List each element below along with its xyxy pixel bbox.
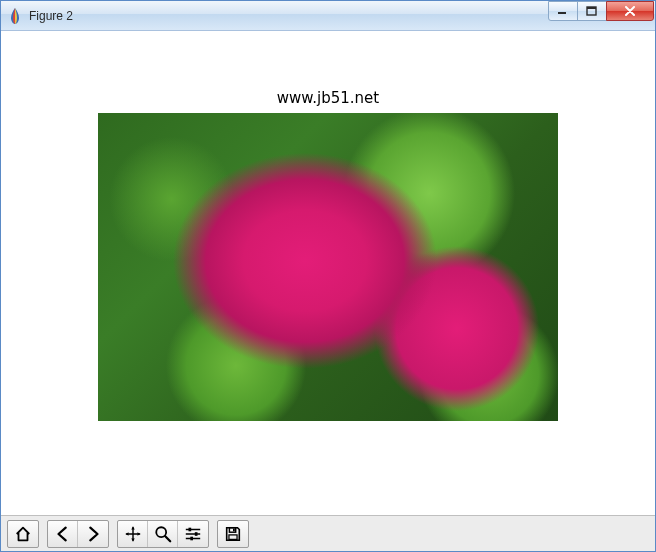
forward-button[interactable] [78,521,108,547]
close-button[interactable] [606,1,654,21]
svg-rect-5 [195,532,198,536]
toolbar-group-nav2 [47,520,109,548]
matplotlib-toolbar [1,515,655,551]
figure-window: Figure 2 www.jb51.net [0,0,656,552]
svg-rect-8 [233,528,235,531]
svg-rect-6 [190,536,193,540]
tk-feather-icon [7,8,23,24]
back-button[interactable] [48,521,78,547]
window-title: Figure 2 [29,9,73,23]
toolbar-group-save [217,520,249,548]
maximize-button[interactable] [577,1,607,21]
minimize-button[interactable] [548,1,578,21]
figure-canvas[interactable]: www.jb51.net [1,31,655,515]
pan-button[interactable] [118,521,148,547]
svg-rect-0 [558,12,566,14]
toolbar-group-view [117,520,209,548]
plot-title: www.jb51.net [277,89,379,107]
save-button[interactable] [218,521,248,547]
toolbar-group-nav1 [7,520,39,548]
configure-button[interactable] [178,521,208,547]
zoom-button[interactable] [148,521,178,547]
home-button[interactable] [8,521,38,547]
svg-rect-2 [587,7,596,9]
titlebar[interactable]: Figure 2 [1,1,655,31]
svg-rect-9 [229,534,237,539]
svg-rect-4 [189,527,192,531]
plot-image [98,113,558,421]
window-controls [549,1,654,21]
